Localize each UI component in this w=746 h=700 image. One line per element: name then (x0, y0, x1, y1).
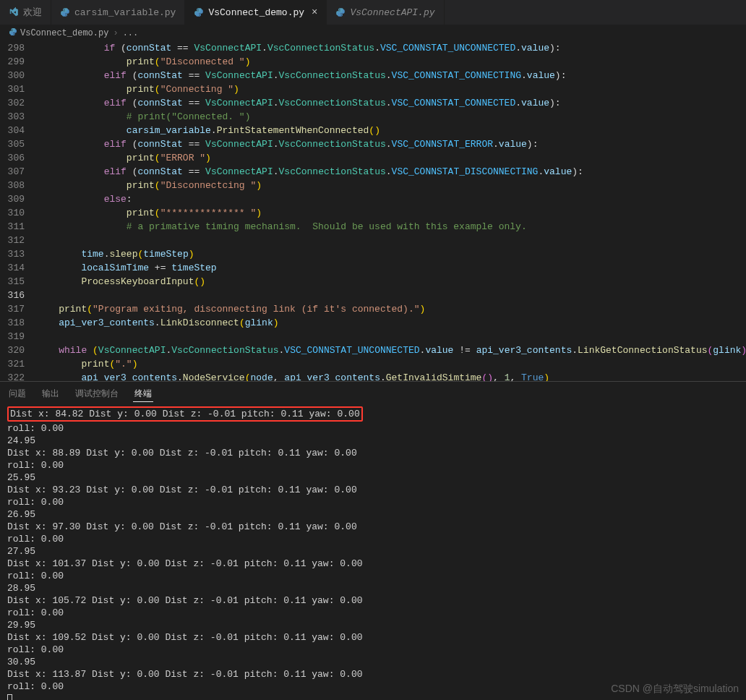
code-line[interactable]: api_ver3_contents.NodeService(node, api_… (36, 371, 746, 381)
code-line[interactable]: elif (connStat == VsConnectAPI.VscConnec… (36, 165, 746, 179)
terminal-line: Dist x: 113.87 Dist y: 0.00 Dist z: -0.0… (7, 668, 739, 680)
line-number: 316 (0, 289, 25, 302)
code-line[interactable]: elif (connStat == VsConnectAPI.VscConnec… (36, 69, 746, 82)
terminal-line: Dist x: 93.23 Dist y: 0.00 Dist z: -0.01… (7, 484, 739, 496)
code-line[interactable]: elif (connStat == VsConnectAPI.VscConnec… (36, 96, 746, 110)
terminal-line: 30.95 (7, 656, 739, 668)
terminal-line: Dist x: 105.72 Dist y: 0.00 Dist z: -0.0… (7, 594, 739, 607)
terminal-line: roll: 0.00 (7, 607, 739, 619)
terminal-line: Dist x: 97.30 Dist y: 0.00 Dist z: -0.01… (7, 521, 739, 533)
editor-tab-1[interactable]: carsim_variable.py (51, 0, 185, 25)
python-icon (335, 7, 346, 17)
python-icon (9, 27, 17, 39)
line-number: 302 (0, 96, 25, 110)
panel-tab-2[interactable]: 调试控制台 (74, 386, 120, 402)
tab-label: VsConnectAPI.py (350, 7, 434, 18)
code-line[interactable]: print("Disconnected ") (36, 55, 746, 69)
code-line[interactable]: print(".") (36, 357, 746, 371)
panel-tab-0[interactable]: 问题 (7, 386, 27, 402)
code-line[interactable]: carsim_variable.PrintStatementWhenConnec… (36, 124, 746, 137)
terminal-line: roll: 0.00 (7, 533, 739, 545)
terminal-highlight: Dist x: 84.82 Dist y: 0.00 Dist z: -0.01… (7, 406, 363, 422)
code-line[interactable] (36, 289, 746, 302)
terminal-line: Dist x: 88.89 Dist y: 0.00 Dist z: -0.01… (7, 447, 739, 459)
code-line[interactable]: localSimTime += timeStep (36, 261, 746, 275)
code-line[interactable]: elif (connStat == VsConnectAPI.VscConnec… (36, 137, 746, 151)
breadcrumb-file-label: VsConnect_demo.py (20, 28, 108, 38)
terminal-line: roll: 0.00 (7, 644, 739, 656)
breadcrumb-file[interactable]: VsConnect_demo.py (9, 27, 108, 39)
code-line[interactable]: else: (36, 192, 746, 206)
panel-tab-3[interactable]: 终端 (133, 386, 153, 402)
breadcrumb[interactable]: VsConnect_demo.py › ... (0, 25, 746, 41)
editor-tab-3[interactable]: VsConnectAPI.py (327, 0, 444, 25)
code-line[interactable]: time.sleep(timeStep) (36, 247, 746, 261)
editor-tab-0[interactable]: 欢迎 (0, 0, 51, 25)
editor-tab-bar: 欢迎carsim_variable.pyVsConnect_demo.py×Vs… (0, 0, 746, 25)
line-number: 299 (0, 55, 25, 69)
code-line[interactable] (36, 330, 746, 343)
line-number: 309 (0, 192, 25, 206)
line-number: 301 (0, 82, 25, 96)
code-line[interactable]: ProcessKeyboardInput() (36, 275, 746, 289)
editor-tab-2[interactable]: VsConnect_demo.py× (185, 0, 327, 25)
code-line[interactable]: # print("Connected. ") (36, 110, 746, 124)
terminal-line: 25.95 (7, 471, 739, 484)
line-number: 311 (0, 220, 25, 234)
line-number: 314 (0, 261, 25, 275)
code-line[interactable]: print("Connecting ") (36, 82, 746, 96)
line-number: 315 (0, 275, 25, 289)
line-number: 321 (0, 357, 25, 371)
code-line[interactable]: # a primative timing mechanism. Should b… (36, 220, 746, 234)
code-line[interactable]: print("ERROR ") (36, 151, 746, 165)
code-line[interactable]: print("Disconnectcing ") (36, 179, 746, 192)
line-number: 306 (0, 151, 25, 165)
tab-label: VsConnect_demo.py (208, 7, 304, 18)
line-number: 305 (0, 137, 25, 151)
terminal-line: roll: 0.00 (7, 496, 739, 508)
line-number: 312 (0, 234, 25, 247)
code-line[interactable]: api_ver3_contents.LinkDisconnect(glink) (36, 316, 746, 330)
breadcrumb-more[interactable]: ... (123, 28, 139, 38)
line-number: 320 (0, 343, 25, 357)
line-number: 310 (0, 206, 25, 220)
terminal-line: roll: 0.00 (7, 422, 739, 435)
line-number: 318 (0, 316, 25, 330)
terminal-line: roll: 0.00 (7, 680, 739, 693)
line-number: 317 (0, 302, 25, 316)
terminal-line: 27.95 (7, 545, 739, 558)
line-number: 307 (0, 165, 25, 179)
line-number-gutter: 2982993003013023033043053063073083093103… (0, 41, 36, 381)
line-number: 298 (0, 41, 25, 55)
terminal-line: Dist x: 109.52 Dist y: 0.00 Dist z: -0.0… (7, 631, 739, 644)
terminal-line: 28.95 (7, 582, 739, 594)
terminal-output[interactable]: Dist x: 84.82 Dist y: 0.00 Dist z: -0.01… (0, 402, 746, 700)
line-number: 303 (0, 110, 25, 124)
vscode-icon (9, 7, 19, 17)
terminal-line: roll: 0.00 (7, 459, 739, 471)
bottom-panel: 问题输出调试控制台终端 Dist x: 84.82 Dist y: 0.00 D… (0, 381, 746, 700)
code-line[interactable]: if (connStat == VsConnectAPI.VscConnecti… (36, 41, 746, 55)
line-number: 319 (0, 330, 25, 343)
panel-tab-bar: 问题输出调试控制台终端 (0, 382, 746, 402)
code-line[interactable] (36, 234, 746, 247)
close-icon[interactable]: × (312, 7, 317, 18)
line-number: 304 (0, 124, 25, 137)
code-line[interactable]: print("Program exiting, disconnecting li… (36, 302, 746, 316)
panel-tab-1[interactable]: 输出 (40, 386, 61, 402)
terminal-cursor (7, 694, 12, 700)
line-number: 308 (0, 179, 25, 192)
code-line[interactable]: while (VsConnectAPI.VscConnectionStatus.… (36, 343, 746, 357)
terminal-line: 26.95 (7, 508, 739, 521)
tab-label: 欢迎 (23, 6, 42, 19)
terminal-line: 29.95 (7, 619, 739, 631)
line-number: 313 (0, 247, 25, 261)
tab-label: carsim_variable.py (74, 7, 176, 18)
python-icon (194, 7, 204, 17)
terminal-line: roll: 0.00 (7, 570, 739, 582)
code-editor[interactable]: 2982993003013023033043053063073083093103… (0, 41, 746, 381)
code-area[interactable]: if (connStat == VsConnectAPI.VscConnecti… (36, 41, 746, 381)
python-icon (60, 7, 70, 17)
code-line[interactable]: print("************** ") (36, 206, 746, 220)
breadcrumb-separator-icon: › (113, 28, 118, 38)
